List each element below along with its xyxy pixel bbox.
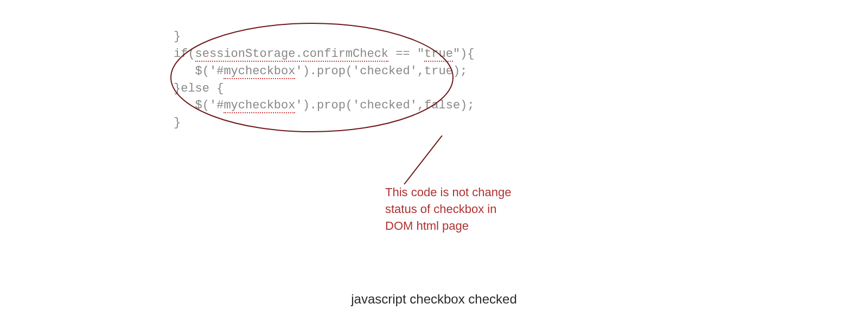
code-line-2d: true <box>424 47 453 62</box>
code-line-5b: mycheckbox <box>224 99 295 113</box>
caption: javascript checkbox checked <box>0 292 868 307</box>
code-line-5c: ').prop('checked',false); <box>295 99 474 112</box>
code-line-3c: ').prop('checked',true); <box>295 64 467 78</box>
code-line-5a: $('# <box>174 99 224 112</box>
code-line-4: }else { <box>174 82 224 95</box>
annotation-connector <box>391 136 456 190</box>
code-line-2e: "){ <box>453 47 475 61</box>
code-block: } if(sessionStorage.confirmCheck == "tru… <box>174 11 475 132</box>
code-line-2a: if( <box>174 47 195 61</box>
code-line-2b: sessionStorage.confirmCheck <box>195 47 388 62</box>
code-line-3a: $('# <box>174 64 224 78</box>
annotation-text: This code is not change status of checkb… <box>385 184 526 234</box>
code-line-6: } <box>174 116 181 130</box>
code-line-3b: mycheckbox <box>224 64 295 79</box>
code-line-1: } <box>174 30 181 43</box>
svg-line-1 <box>404 136 442 184</box>
code-line-2c: == " <box>388 47 424 61</box>
